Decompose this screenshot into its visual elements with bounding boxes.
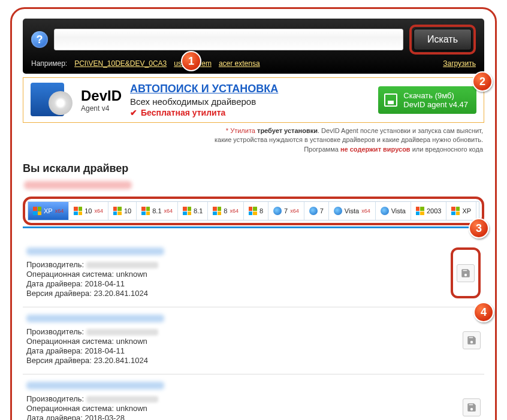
result-title-blur (26, 315, 164, 322)
arch-sup: x64 (94, 208, 103, 214)
os-tab-2[interactable]: 10 (108, 202, 137, 220)
windows-icon (213, 207, 221, 215)
os-tab-9[interactable]: Vistax64 (329, 202, 376, 220)
os-tab-0[interactable]: XPx64 (28, 202, 69, 220)
label-version: Версия драйвера: (26, 356, 92, 365)
promo-line3: Бесплатная утилита (141, 108, 225, 117)
arch-sup: x64 (361, 208, 370, 214)
topbar: ? 1 Искать Например: PCI\VEN_10DE&DEV_0C… (23, 19, 484, 74)
windows-orb-icon (334, 207, 342, 215)
label-date: Дата драйвера: (26, 346, 83, 355)
arch-sup: x64 (55, 208, 64, 214)
windows-orb-icon (309, 207, 318, 215)
download-icon[interactable] (463, 398, 481, 416)
windows-flag-icon (416, 207, 424, 215)
label-version: Версия драйвера: (26, 289, 92, 298)
value-os: unknown (116, 404, 147, 413)
label-os: Операционная система: (26, 270, 114, 279)
windows-flag-icon (451, 207, 460, 215)
windows-icon (141, 207, 150, 215)
search-button[interactable]: Искать (414, 29, 472, 50)
label-manufacturer: Производитель: (26, 327, 84, 336)
os-tab-label: 8 (259, 207, 263, 214)
os-tab-5[interactable]: 8x64 (208, 202, 244, 220)
result-item: Производитель: Операционная система: unk… (23, 374, 484, 420)
windows-icon (113, 207, 122, 215)
value-version: 23.20.841.1024 (94, 289, 148, 298)
os-tab-8[interactable]: 7 (304, 202, 329, 220)
footnote: * Утилита требует установки. DevID Agent… (24, 126, 483, 154)
result-item: Производитель: Операционная система: unk… (23, 307, 484, 374)
os-tab-label: 2003 (427, 207, 441, 214)
value-blur (86, 329, 158, 336)
label-date: Дата драйвера: (26, 413, 83, 420)
value-os: unknown (116, 337, 147, 346)
search-button-highlight: Искать (409, 25, 476, 55)
os-tab-label: XP (44, 207, 53, 214)
help-icon[interactable]: ? (31, 31, 48, 48)
promo-line2: Всех необходимых драйверов (130, 96, 370, 107)
result-title-blur (26, 382, 164, 389)
hint-link-2[interactable]: acer extensa (219, 59, 260, 68)
result-title-blur (26, 247, 164, 255)
page-frame: ? 1 Искать Например: PCI\VEN_10DE&DEV_0C… (10, 7, 497, 420)
tabs-underline (23, 226, 484, 228)
promo-title: DevID (81, 87, 122, 104)
os-tab-13[interactable]: 2000 (476, 202, 479, 220)
promo-banner: DevID Agent v4 АВТОПОИСК И УСТАНОВКА Все… (23, 77, 484, 123)
value-blur (86, 396, 158, 403)
os-tab-label: 8.1 (194, 207, 203, 214)
badge-4: 4 (473, 302, 494, 322)
os-tab-1[interactable]: 10x64 (69, 202, 108, 220)
os-tab-label: 8.1 (152, 207, 161, 214)
os-tab-7[interactable]: 7x64 (268, 202, 304, 220)
os-tab-label: 7 (284, 207, 288, 214)
os-tab-label: Vista (391, 207, 406, 214)
os-tab-label: Vista (345, 207, 359, 214)
download-icon[interactable] (457, 264, 475, 282)
results-heading: Вы искали драйвер (23, 162, 484, 175)
os-tab-3[interactable]: 8.1x64 (137, 202, 178, 220)
arch-sup: x64 (230, 208, 239, 214)
arch-sup: x64 (290, 208, 299, 214)
ostabs-highlight: XPx6410x64108.1x648.18x6487x647Vistax64V… (23, 197, 484, 225)
result-item: Производитель: Операционная система: unk… (23, 240, 484, 307)
query-blur (24, 181, 132, 189)
label-date: Дата драйвера: (26, 279, 83, 288)
promo-headline[interactable]: АВТОПОИСК И УСТАНОВКА (130, 83, 370, 95)
os-tabs: XPx6410x64108.1x648.18x6487x647Vistax64V… (28, 201, 479, 220)
os-tab-6[interactable]: 8 (244, 202, 268, 220)
arch-sup: x64 (164, 208, 173, 214)
hint-label: Например: (31, 59, 67, 68)
devid-logo-icon (31, 83, 73, 117)
download-icon[interactable] (463, 331, 481, 349)
windows-icon (74, 207, 82, 215)
search-input[interactable] (54, 29, 403, 50)
os-tab-label: 7 (320, 207, 324, 214)
os-tab-4[interactable]: 8.1 (178, 202, 208, 220)
label-manufacturer: Производитель: (26, 394, 84, 403)
download-button[interactable]: Скачать (9мб) DevID agent v4.47 (378, 86, 476, 114)
os-tab-label: 10 (84, 207, 92, 214)
windows-icon (183, 207, 191, 215)
hint-link-0[interactable]: PCI\VEN_10DE&DEV_0CA3 (74, 59, 167, 68)
badge-1: 1 (181, 51, 201, 71)
label-os: Операционная система: (26, 337, 114, 346)
os-tab-12[interactable]: XP (446, 202, 476, 220)
badge-2: 2 (472, 71, 493, 92)
os-tab-label: XP (462, 207, 471, 214)
value-os: unknown (116, 270, 147, 279)
label-os: Операционная система: (26, 404, 114, 413)
windows-orb-icon (273, 207, 282, 215)
download-line2: DevID agent v4.47 (403, 100, 468, 109)
windows-icon (249, 207, 257, 215)
check-icon: ✔ (130, 108, 137, 117)
save-icon (384, 93, 397, 107)
load-link[interactable]: Загрузить (443, 59, 476, 68)
os-tab-11[interactable]: 2003 (411, 202, 446, 220)
value-date: 2018-04-11 (84, 346, 125, 355)
value-version: 23.20.841.1024 (94, 356, 148, 365)
windows-flag-icon (33, 207, 41, 215)
os-tab-10[interactable]: Vista (376, 202, 411, 220)
results-list: Производитель: Операционная система: unk… (23, 240, 484, 420)
